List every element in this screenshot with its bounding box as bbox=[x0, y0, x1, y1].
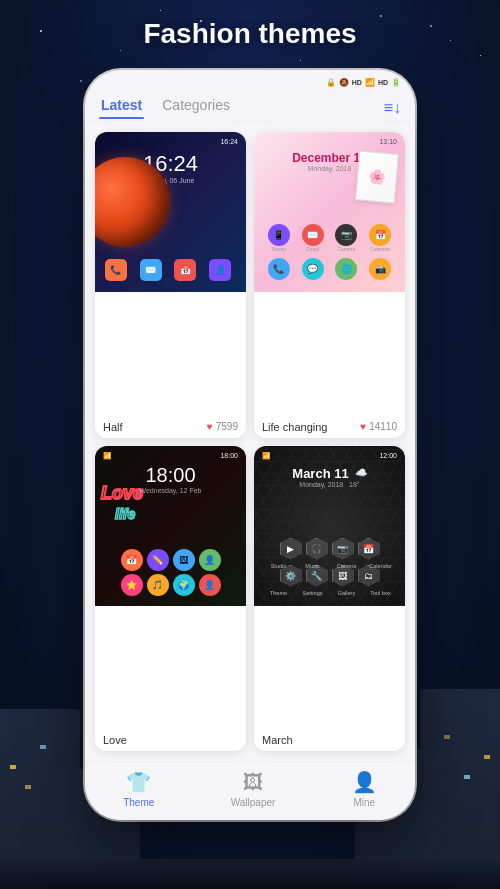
theme-likes-count-half: 7599 bbox=[216, 421, 238, 432]
sort-icon[interactable]: ≡↓ bbox=[384, 99, 401, 117]
lock-icon: 🔒 bbox=[326, 78, 336, 87]
theme-info-half: Half ♥ 7599 bbox=[95, 416, 246, 438]
theme-half-icons: 📞 ✉️ 📅 👤 bbox=[103, 259, 239, 282]
march-hex-icon-5: ⚙️ bbox=[280, 565, 302, 587]
theme-preview-half: 16:24 16:24 Friday, 06 June 📞 ✉️ bbox=[95, 132, 246, 416]
theme-nav-icon: 👕 bbox=[126, 770, 151, 794]
pink-app-icon: 🌐 bbox=[335, 258, 357, 280]
nav-mine[interactable]: 👤 Mine bbox=[352, 770, 377, 808]
love-icon-8: 👤 bbox=[199, 574, 221, 596]
icon-col-1: 📞 bbox=[103, 259, 129, 282]
mine-nav-icon: 👤 bbox=[352, 770, 377, 794]
theme-nav-label: Theme bbox=[123, 797, 154, 808]
nav-wallpaper[interactable]: 🖼 Wallpaper bbox=[231, 771, 276, 808]
pink-app-icon: 📅 bbox=[369, 224, 391, 246]
march-icons-row2: ⚙️ 🔧 🖼 🗂 Theme Settings Gallery Tool box bbox=[258, 565, 401, 598]
pink-app-icon: 💬 bbox=[302, 258, 324, 280]
theme-preview-life: 13:10 December 11 Monday, 2018 🌸 📱 Studi… bbox=[254, 132, 405, 416]
wallpaper-nav-label: Wallpaper bbox=[231, 797, 276, 808]
app-icon: 👤 bbox=[209, 259, 231, 281]
pink-icon-col-3: 📷 Camera bbox=[334, 224, 358, 252]
march-hex-row-1: ▶ 🎧 📷 📅 bbox=[258, 538, 401, 560]
march-hex-row-2: ⚙️ 🔧 🖼 🗂 bbox=[258, 565, 401, 587]
bottom-nav: 👕 Theme 🖼 Wallpaper 👤 Mine bbox=[85, 761, 415, 820]
love-time-status: 18:00 bbox=[220, 452, 238, 460]
pink-app-icon: ✉️ bbox=[302, 224, 324, 246]
theme-card-love[interactable]: 📶 18:00 18:00 Wednesday, 12 Feb Love lif… bbox=[95, 446, 246, 752]
pink-icon-label: Email bbox=[306, 246, 319, 252]
tab-latest[interactable]: Latest bbox=[99, 97, 144, 119]
theme-march-preview: 📶 12:00 March 11 ☁️ Monday, 2018 18° ▶ 🎧 bbox=[254, 446, 405, 606]
march-signal: 📶 bbox=[262, 452, 271, 460]
march-hex-icon-7: 🖼 bbox=[332, 565, 354, 587]
pink-icon-col-4: 📅 Calendar bbox=[368, 224, 392, 252]
icon-col-2: ✉️ bbox=[138, 259, 164, 282]
pink-app-icon: 📷 bbox=[369, 258, 391, 280]
theme-grid: 16:24 16:24 Friday, 06 June 📞 ✉️ bbox=[85, 122, 415, 761]
march-label-theme: Theme bbox=[266, 590, 292, 596]
theme-card-life[interactable]: 13:10 December 11 Monday, 2018 🌸 📱 Studi… bbox=[254, 132, 405, 438]
theme-likes-life: ♥ 14110 bbox=[360, 421, 397, 432]
pink-icon-row-1: 📱 Studio ✉️ Email 📷 Camera bbox=[262, 224, 397, 252]
love-date: Wednesday, 12 Feb bbox=[99, 487, 242, 494]
pink-app-icon: 📷 bbox=[335, 224, 357, 246]
theme-pink-preview: 13:10 December 11 Monday, 2018 🌸 📱 Studi… bbox=[254, 132, 405, 292]
pink-icon-col-2: ✉️ Email bbox=[301, 224, 325, 252]
pink-icon-col-8: 📷 bbox=[368, 258, 392, 280]
theme-card-half[interactable]: 16:24 16:24 Friday, 06 June 📞 ✉️ bbox=[95, 132, 246, 438]
march-label-toolbox: Tool box bbox=[368, 590, 394, 596]
love-icon-row-1: 📅 ✏️ 🖼 👤 bbox=[99, 549, 242, 571]
march-date: March 11 bbox=[292, 466, 348, 481]
mine-nav-label: Mine bbox=[353, 797, 375, 808]
pink-icon-label: Calendar bbox=[370, 246, 390, 252]
love-status: 📶 18:00 bbox=[99, 450, 242, 462]
pink-icon-col-6: 💬 bbox=[301, 258, 325, 280]
theme-preview-march: 📶 12:00 March 11 ☁️ Monday, 2018 18° ▶ 🎧 bbox=[254, 446, 405, 730]
march-date-row: March 11 ☁️ bbox=[258, 464, 401, 481]
march-hex-icon-8: 🗂 bbox=[358, 565, 380, 587]
march-sub: Monday, 2018 18° bbox=[258, 481, 401, 488]
pink-icon-col-7: 🌐 bbox=[334, 258, 358, 280]
theme-name-love: Love bbox=[103, 734, 127, 746]
status-icons: 🔒 🔕 HD 📶 HD 🔋 bbox=[326, 78, 401, 87]
theme-likes-half: ♥ 7599 bbox=[207, 421, 238, 432]
icon-col-4: 👤 bbox=[207, 259, 233, 282]
theme-half-preview: 16:24 16:24 Friday, 06 June 📞 ✉️ bbox=[95, 132, 246, 292]
theme-name-life: Life changing bbox=[262, 421, 327, 433]
signal-icon: 📶 bbox=[365, 78, 375, 87]
love-icon-6: 🎵 bbox=[147, 574, 169, 596]
nav-theme[interactable]: 👕 Theme bbox=[123, 770, 154, 808]
march-label-gallery: Gallery bbox=[334, 590, 360, 596]
app-icon: 📅 bbox=[174, 259, 196, 281]
theme-likes-count-life: 14110 bbox=[369, 421, 397, 432]
love-icon-7: 🌍 bbox=[173, 574, 195, 596]
theme-march-status: 📶 12:00 bbox=[258, 450, 401, 462]
theme-info-life: Life changing ♥ 14110 bbox=[254, 416, 405, 438]
love-icon-5: ⭐ bbox=[121, 574, 143, 596]
love-icon-4: 👤 bbox=[199, 549, 221, 571]
theme-half-status: 16:24 bbox=[99, 136, 242, 147]
theme-pink-photo: 🌸 bbox=[355, 150, 399, 203]
pink-icon-col-5: 📞 bbox=[267, 258, 291, 280]
march-time-status: 12:00 bbox=[379, 452, 397, 460]
love-icon-1: 📅 bbox=[121, 549, 143, 571]
theme-info-march: March bbox=[254, 729, 405, 751]
theme-pink-time-status: 13:10 bbox=[379, 138, 397, 145]
theme-preview-love: 📶 18:00 18:00 Wednesday, 12 Feb Love lif… bbox=[95, 446, 246, 730]
pink-app-icon: 📞 bbox=[268, 258, 290, 280]
pink-app-icon: 📱 bbox=[268, 224, 290, 246]
theme-pink-status: 13:10 bbox=[258, 136, 401, 147]
graffiti-decoration-2: life bbox=[115, 506, 135, 522]
theme-card-march[interactable]: 📶 12:00 March 11 ☁️ Monday, 2018 18° ▶ 🎧 bbox=[254, 446, 405, 752]
page-title: Fashion themes bbox=[0, 18, 500, 50]
theme-name-half: Half bbox=[103, 421, 123, 433]
tab-categories[interactable]: Categories bbox=[160, 97, 232, 119]
love-icons-row2: ⭐ 🎵 🌍 👤 bbox=[99, 574, 242, 596]
battery-icon: 🔋 bbox=[391, 78, 401, 87]
app-icon: 📞 bbox=[105, 259, 127, 281]
hd-badge: HD bbox=[352, 79, 362, 86]
march-wifi-icon: ☁️ bbox=[355, 467, 367, 478]
march-hex-icon-1: ▶ bbox=[280, 538, 302, 560]
march-label-row-2: Theme Settings Gallery Tool box bbox=[258, 590, 401, 596]
love-time: 18:00 bbox=[99, 464, 242, 487]
